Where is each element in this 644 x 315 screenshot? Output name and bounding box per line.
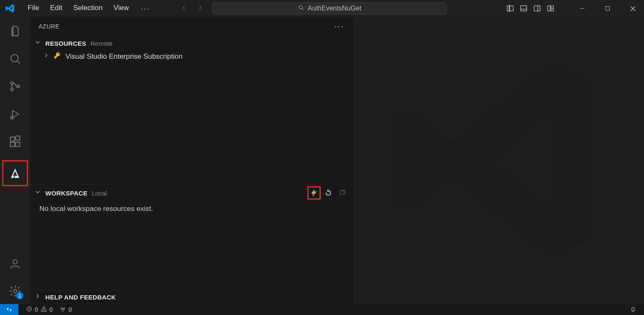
menu-edit[interactable]: Edit	[46, 2, 66, 15]
command-center-text: AuthEventsNuGet	[308, 5, 361, 12]
layout-toggle-bottom-icon[interactable]	[520, 5, 527, 12]
nav-forward-icon[interactable]	[196, 4, 204, 13]
vscode-watermark-icon	[381, 43, 616, 278]
status-ports[interactable]: 0	[56, 306, 75, 314]
svg-rect-7	[606, 7, 610, 10]
azure-sidebar: AZURE ··· RESOURCES Remote	[30, 17, 353, 304]
resources-section-header[interactable]: RESOURCES Remote	[30, 36, 353, 50]
activity-accounts-icon[interactable]	[7, 255, 23, 272]
svg-rect-5	[551, 6, 553, 8]
key-icon	[54, 52, 61, 61]
status-ports-count: 0	[69, 306, 72, 313]
error-circle-icon	[26, 306, 32, 313]
resources-section: RESOURCES Remote Visual Studio Enterpris…	[30, 36, 353, 184]
svg-rect-2	[521, 6, 527, 11]
status-bar: 0 0 0	[0, 304, 644, 315]
menu-overflow-icon[interactable]: ···	[135, 2, 155, 15]
activity-explorer-icon[interactable]	[7, 23, 23, 39]
nav-back-icon[interactable]	[180, 4, 188, 13]
svg-rect-15	[16, 142, 20, 146]
window-maximize-button[interactable]	[598, 0, 617, 17]
status-notifications[interactable]	[626, 306, 640, 314]
svg-point-17	[13, 260, 17, 264]
layout-customize-icon[interactable]	[547, 5, 554, 12]
activity-source-control-icon[interactable]	[7, 78, 23, 95]
settings-badge: 1	[16, 292, 23, 299]
layout-toggle-right-icon[interactable]	[533, 5, 541, 12]
svg-rect-16	[16, 136, 20, 140]
help-feedback-name: HELP AND FEEDBACK	[45, 294, 116, 301]
workspace-section-sub: Local	[92, 190, 107, 197]
svg-rect-4	[548, 6, 550, 11]
title-right-group	[506, 0, 642, 17]
workspace-section: WORKSPACE Local No local workspace resou…	[30, 184, 353, 273]
workspace-section-header[interactable]: WORKSPACE Local	[30, 185, 353, 201]
azure-functions-lightning-icon[interactable]	[308, 187, 320, 199]
menu-file[interactable]: File	[23, 2, 43, 15]
svg-point-18	[13, 289, 17, 293]
nav-arrows	[180, 4, 204, 13]
workbench-body: 1 AZURE ··· RESOURCES Remote	[0, 17, 644, 304]
resources-tree: Visual Studio Enterprise Subscription	[30, 50, 353, 184]
svg-rect-1	[507, 6, 513, 11]
resources-section-sub: Remote	[91, 40, 113, 47]
warning-triangle-icon	[41, 306, 47, 313]
refresh-icon[interactable]	[322, 187, 334, 199]
resources-section-name: RESOURCES	[45, 40, 86, 47]
workspace-section-name: WORKSPACE	[45, 190, 88, 197]
chevron-down-icon	[34, 189, 41, 197]
activity-bar: 1	[0, 17, 30, 304]
activity-run-debug-icon[interactable]	[7, 106, 23, 122]
search-icon	[298, 4, 304, 13]
workspace-empty-text: No local workspace resources exist.	[39, 205, 153, 213]
subscription-label: Visual Studio Enterprise Subscription	[65, 52, 182, 61]
sidebar-title-row: AZURE ···	[30, 17, 353, 36]
sidebar-title: AZURE	[39, 23, 60, 30]
bell-icon	[630, 306, 636, 314]
activity-azure-icon[interactable]	[3, 161, 27, 185]
svg-point-12	[10, 117, 13, 119]
editor-area	[353, 17, 644, 304]
activity-search-icon[interactable]	[7, 50, 23, 67]
help-feedback-header[interactable]: HELP AND FEEDBACK	[30, 290, 353, 304]
vscode-logo-icon	[0, 3, 20, 13]
window-close-button[interactable]	[623, 0, 642, 17]
remote-indicator[interactable]	[0, 304, 18, 315]
activity-settings-icon[interactable]: 1	[7, 283, 23, 299]
status-error-count: 0	[35, 306, 38, 313]
svg-rect-6	[551, 9, 553, 11]
menu-view[interactable]: View	[109, 2, 133, 15]
svg-rect-3	[534, 6, 540, 11]
menu-selection[interactable]: Selection	[69, 2, 107, 15]
subscription-row[interactable]: Visual Studio Enterprise Subscription	[30, 50, 353, 63]
chevron-right-icon	[34, 293, 41, 301]
workspace-body: No local workspace resources exist.	[30, 201, 353, 273]
radio-tower-icon	[60, 306, 66, 314]
svg-rect-19	[340, 191, 344, 195]
help-feedback-section: HELP AND FEEDBACK	[30, 290, 353, 304]
chevron-down-icon	[34, 39, 41, 47]
svg-point-0	[299, 5, 302, 9]
status-problems[interactable]: 0 0	[23, 306, 56, 313]
chevron-right-icon	[43, 52, 49, 61]
activity-extensions-icon[interactable]	[7, 133, 23, 150]
collapse-all-icon[interactable]	[337, 187, 348, 199]
layout-toggle-left-icon[interactable]	[506, 5, 514, 12]
status-warning-count: 0	[49, 306, 53, 313]
window-minimize-button[interactable]	[573, 0, 592, 17]
svg-rect-13	[10, 137, 15, 141]
command-center[interactable]: AuthEventsNuGet	[212, 3, 447, 14]
sidebar-more-icon[interactable]: ···	[334, 21, 344, 32]
menu-bar: File Edit Selection View ···	[23, 2, 155, 15]
title-bar: File Edit Selection View ··· AuthEventsN…	[0, 0, 644, 17]
svg-rect-14	[10, 142, 15, 146]
